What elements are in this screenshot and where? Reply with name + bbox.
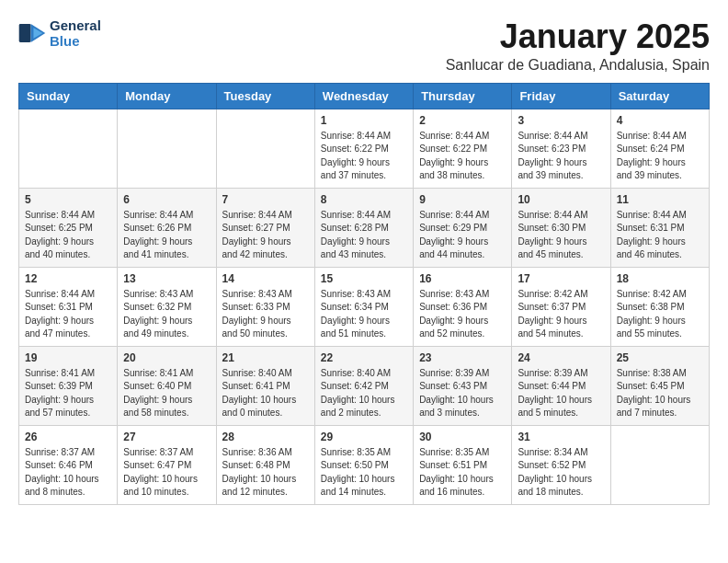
page-header: General Blue January 2025 Sanlucar de Gu… bbox=[18, 18, 710, 74]
calendar-cell: 20Sunrise: 8:41 AM Sunset: 6:40 PM Dayli… bbox=[118, 346, 216, 425]
calendar-cell: 28Sunrise: 8:36 AM Sunset: 6:48 PM Dayli… bbox=[216, 425, 314, 504]
day-header-sunday: Sunday bbox=[19, 83, 118, 109]
calendar-cell: 8Sunrise: 8:44 AM Sunset: 6:28 PM Daylig… bbox=[314, 188, 413, 267]
day-info: Sunrise: 8:42 AM Sunset: 6:38 PM Dayligh… bbox=[617, 288, 703, 341]
day-number: 22 bbox=[321, 351, 407, 364]
day-number: 23 bbox=[419, 351, 506, 364]
day-number: 24 bbox=[518, 351, 604, 364]
day-info: Sunrise: 8:44 AM Sunset: 6:31 PM Dayligh… bbox=[25, 288, 111, 341]
day-info: Sunrise: 8:44 AM Sunset: 6:22 PM Dayligh… bbox=[321, 130, 407, 183]
day-number: 6 bbox=[123, 193, 210, 206]
day-number: 18 bbox=[617, 272, 703, 285]
day-number: 19 bbox=[25, 351, 111, 364]
calendar-header-row: SundayMondayTuesdayWednesdayThursdayFrid… bbox=[19, 83, 710, 109]
day-number: 26 bbox=[25, 431, 111, 443]
day-info: Sunrise: 8:44 AM Sunset: 6:25 PM Dayligh… bbox=[25, 209, 111, 262]
day-info: Sunrise: 8:36 AM Sunset: 6:48 PM Dayligh… bbox=[222, 446, 309, 500]
day-info: Sunrise: 8:34 AM Sunset: 6:52 PM Dayligh… bbox=[518, 446, 604, 500]
day-info: Sunrise: 8:44 AM Sunset: 6:26 PM Dayligh… bbox=[123, 209, 210, 262]
calendar-cell: 6Sunrise: 8:44 AM Sunset: 6:26 PM Daylig… bbox=[118, 188, 216, 267]
day-info: Sunrise: 8:44 AM Sunset: 6:27 PM Dayligh… bbox=[222, 209, 309, 262]
day-info: Sunrise: 8:41 AM Sunset: 6:39 PM Dayligh… bbox=[25, 367, 111, 420]
day-number: 16 bbox=[419, 272, 506, 285]
calendar-cell: 31Sunrise: 8:34 AM Sunset: 6:52 PM Dayli… bbox=[512, 425, 610, 504]
calendar-week-2: 12Sunrise: 8:44 AM Sunset: 6:31 PM Dayli… bbox=[19, 267, 710, 346]
day-info: Sunrise: 8:43 AM Sunset: 6:34 PM Dayligh… bbox=[321, 288, 407, 341]
calendar-cell: 2Sunrise: 8:44 AM Sunset: 6:22 PM Daylig… bbox=[414, 109, 512, 188]
calendar-cell: 22Sunrise: 8:40 AM Sunset: 6:42 PM Dayli… bbox=[314, 346, 413, 425]
title-section: January 2025 Sanlucar de Guadiana, Andal… bbox=[446, 18, 710, 74]
svg-rect-0 bbox=[19, 24, 31, 42]
day-number: 20 bbox=[123, 351, 210, 364]
calendar-cell: 1Sunrise: 8:44 AM Sunset: 6:22 PM Daylig… bbox=[314, 109, 413, 188]
day-number: 11 bbox=[617, 193, 703, 206]
calendar-cell: 14Sunrise: 8:43 AM Sunset: 6:33 PM Dayli… bbox=[216, 267, 314, 346]
day-info: Sunrise: 8:44 AM Sunset: 6:23 PM Dayligh… bbox=[518, 130, 604, 183]
day-info: Sunrise: 8:44 AM Sunset: 6:29 PM Dayligh… bbox=[419, 209, 506, 262]
day-number: 8 bbox=[321, 193, 407, 206]
day-number: 3 bbox=[518, 114, 604, 127]
day-info: Sunrise: 8:35 AM Sunset: 6:50 PM Dayligh… bbox=[321, 446, 407, 500]
calendar-cell: 30Sunrise: 8:35 AM Sunset: 6:51 PM Dayli… bbox=[414, 425, 512, 504]
calendar-cell: 21Sunrise: 8:40 AM Sunset: 6:41 PM Dayli… bbox=[216, 346, 314, 425]
calendar-week-4: 26Sunrise: 8:37 AM Sunset: 6:46 PM Dayli… bbox=[19, 425, 710, 504]
calendar-week-1: 5Sunrise: 8:44 AM Sunset: 6:25 PM Daylig… bbox=[19, 188, 710, 267]
calendar-cell: 10Sunrise: 8:44 AM Sunset: 6:30 PM Dayli… bbox=[512, 188, 610, 267]
day-number: 1 bbox=[321, 114, 407, 127]
logo-text-blue: Blue bbox=[50, 34, 101, 50]
day-info: Sunrise: 8:44 AM Sunset: 6:31 PM Dayligh… bbox=[617, 209, 703, 262]
calendar-week-0: 1Sunrise: 8:44 AM Sunset: 6:22 PM Daylig… bbox=[19, 109, 710, 188]
calendar-cell: 3Sunrise: 8:44 AM Sunset: 6:23 PM Daylig… bbox=[512, 109, 610, 188]
day-header-thursday: Thursday bbox=[414, 83, 512, 109]
day-number: 21 bbox=[222, 351, 309, 364]
day-info: Sunrise: 8:43 AM Sunset: 6:32 PM Dayligh… bbox=[123, 288, 210, 341]
day-info: Sunrise: 8:39 AM Sunset: 6:43 PM Dayligh… bbox=[419, 367, 506, 420]
day-number: 27 bbox=[123, 431, 210, 443]
calendar-subtitle: Sanlucar de Guadiana, Andalusia, Spain bbox=[446, 57, 710, 74]
day-number: 30 bbox=[419, 431, 506, 443]
calendar-cell bbox=[118, 109, 216, 188]
calendar-cell bbox=[216, 109, 314, 188]
day-number: 10 bbox=[518, 193, 604, 206]
day-number: 29 bbox=[321, 431, 407, 443]
day-number: 31 bbox=[518, 431, 604, 443]
day-number: 9 bbox=[419, 193, 506, 206]
calendar-cell bbox=[19, 109, 118, 188]
calendar-cell: 29Sunrise: 8:35 AM Sunset: 6:50 PM Dayli… bbox=[314, 425, 413, 504]
day-number: 28 bbox=[222, 431, 309, 443]
calendar-cell: 17Sunrise: 8:42 AM Sunset: 6:37 PM Dayli… bbox=[512, 267, 610, 346]
logo-text-general: General bbox=[50, 18, 101, 34]
calendar-cell: 16Sunrise: 8:43 AM Sunset: 6:36 PM Dayli… bbox=[414, 267, 512, 346]
day-number: 13 bbox=[123, 272, 210, 285]
calendar-cell: 26Sunrise: 8:37 AM Sunset: 6:46 PM Dayli… bbox=[19, 425, 118, 504]
day-header-friday: Friday bbox=[512, 83, 610, 109]
calendar-cell: 15Sunrise: 8:43 AM Sunset: 6:34 PM Dayli… bbox=[314, 267, 413, 346]
calendar-title: January 2025 bbox=[446, 18, 710, 55]
day-info: Sunrise: 8:43 AM Sunset: 6:36 PM Dayligh… bbox=[419, 288, 506, 341]
day-number: 4 bbox=[617, 114, 703, 127]
calendar-body: 1Sunrise: 8:44 AM Sunset: 6:22 PM Daylig… bbox=[19, 109, 710, 504]
day-number: 15 bbox=[321, 272, 407, 285]
calendar-cell: 7Sunrise: 8:44 AM Sunset: 6:27 PM Daylig… bbox=[216, 188, 314, 267]
calendar-cell: 13Sunrise: 8:43 AM Sunset: 6:32 PM Dayli… bbox=[118, 267, 216, 346]
day-info: Sunrise: 8:35 AM Sunset: 6:51 PM Dayligh… bbox=[419, 446, 506, 500]
calendar-table: SundayMondayTuesdayWednesdayThursdayFrid… bbox=[18, 83, 710, 505]
day-header-wednesday: Wednesday bbox=[314, 83, 413, 109]
calendar-cell: 11Sunrise: 8:44 AM Sunset: 6:31 PM Dayli… bbox=[610, 188, 709, 267]
day-number: 7 bbox=[222, 193, 309, 206]
day-number: 12 bbox=[25, 272, 111, 285]
calendar-cell: 9Sunrise: 8:44 AM Sunset: 6:29 PM Daylig… bbox=[414, 188, 512, 267]
logo-icon bbox=[18, 24, 46, 42]
day-info: Sunrise: 8:38 AM Sunset: 6:45 PM Dayligh… bbox=[617, 367, 703, 420]
day-number: 2 bbox=[419, 114, 506, 127]
day-info: Sunrise: 8:42 AM Sunset: 6:37 PM Dayligh… bbox=[518, 288, 604, 341]
day-info: Sunrise: 8:44 AM Sunset: 6:22 PM Dayligh… bbox=[419, 130, 506, 183]
day-info: Sunrise: 8:43 AM Sunset: 6:33 PM Dayligh… bbox=[222, 288, 309, 341]
day-info: Sunrise: 8:41 AM Sunset: 6:40 PM Dayligh… bbox=[123, 367, 210, 420]
day-info: Sunrise: 8:44 AM Sunset: 6:28 PM Dayligh… bbox=[321, 209, 407, 262]
day-number: 14 bbox=[222, 272, 309, 285]
calendar-week-3: 19Sunrise: 8:41 AM Sunset: 6:39 PM Dayli… bbox=[19, 346, 710, 425]
day-info: Sunrise: 8:37 AM Sunset: 6:47 PM Dayligh… bbox=[123, 446, 210, 500]
logo: General Blue bbox=[18, 18, 101, 49]
day-info: Sunrise: 8:37 AM Sunset: 6:46 PM Dayligh… bbox=[25, 446, 111, 500]
